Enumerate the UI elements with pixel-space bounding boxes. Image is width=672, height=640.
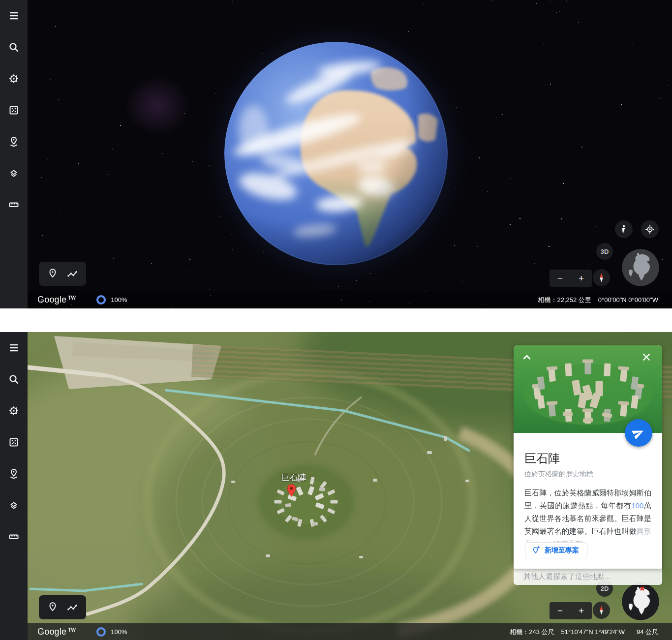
brand-region: TW	[68, 627, 76, 633]
ruler-icon	[8, 531, 20, 543]
knowledge-card: 巨石陣 位於英格蘭的歷史地標 巨石陣，位於英格蘭威爾特郡埃姆斯伯里，英國的旅遊熱…	[514, 345, 662, 569]
globe-overview-button[interactable]	[622, 583, 659, 620]
camera-altitude: 相機：22,252 公里	[538, 296, 591, 305]
zoom-indicator: 100%	[96, 295, 127, 305]
my-location-button[interactable]	[641, 220, 659, 238]
crosshair-icon	[644, 224, 655, 235]
google-watermark: GoogleTW	[37, 627, 76, 637]
place-description: 巨石陣，位於英格蘭威爾特郡埃姆斯伯里，英國的旅遊熱點，每年都有100萬人從世界各…	[524, 487, 651, 550]
sidebar	[0, 0, 28, 308]
pin-outline-icon	[46, 268, 59, 280]
pin-outline-icon	[46, 601, 59, 614]
zoom-ring-icon	[96, 295, 106, 305]
pegman-icon	[619, 224, 629, 234]
red-pin-icon	[287, 484, 296, 497]
fly-to-button[interactable]	[625, 419, 652, 447]
chevron-up-icon	[520, 351, 533, 364]
placemark-toolbox	[39, 262, 86, 286]
hamburger-icon	[8, 342, 20, 354]
draw-path-button[interactable]	[66, 601, 79, 614]
dice-icon	[8, 104, 20, 116]
place-title: 巨石陣	[524, 451, 651, 466]
camera-altitude: 相機：243 公尺	[510, 628, 554, 637]
add-pin-icon	[531, 546, 541, 555]
compass-needle-icon	[595, 604, 608, 616]
2d-label: 2D	[601, 585, 609, 592]
globe-overview-button[interactable]	[622, 249, 659, 286]
explore-suggestion-bar[interactable]: 其他人還探索了這些地點...	[514, 569, 662, 585]
dice-icon	[8, 436, 20, 448]
search-button[interactable]	[8, 41, 20, 53]
zoom-out-button[interactable]: −	[550, 270, 571, 287]
hamburger-icon	[8, 10, 20, 22]
3d-label: 3D	[601, 248, 609, 255]
zoom-ring-icon	[96, 627, 106, 637]
camera-coordinates: 51°10'47"N 1°49'24"W	[561, 628, 625, 636]
layers-icon	[8, 167, 20, 179]
feeling-lucky-button[interactable]	[8, 436, 20, 448]
stonehenge-view: 巨石陣	[0, 332, 672, 640]
ruler-icon	[8, 199, 20, 211]
pin-saved-icon	[8, 136, 20, 148]
zoom-in-button[interactable]: +	[571, 602, 592, 619]
zoom-percentage: 100%	[111, 628, 127, 636]
main-menu-button[interactable]	[8, 342, 20, 354]
google-watermark: GoogleTW	[37, 295, 76, 305]
close-card-button[interactable]	[641, 351, 653, 364]
voyager-button[interactable]	[8, 405, 20, 417]
zoom-in-button[interactable]: +	[571, 270, 592, 287]
polyline-icon	[66, 601, 79, 614]
pinned-places-button[interactable]	[8, 468, 20, 480]
zoom-indicator: 100%	[96, 627, 127, 637]
status-bar: GoogleTW 100% 相機：22,252 公里 0°00'00"N 0°0…	[28, 291, 672, 308]
map-pin[interactable]	[287, 484, 296, 499]
zoom-out-button[interactable]: −	[550, 602, 571, 619]
camera-coordinates: 0°00'00"N 0°00'00"W	[598, 296, 658, 304]
place-subtitle: 位於英格蘭的歷史地標	[524, 470, 651, 479]
description-number: 100	[631, 501, 643, 510]
close-icon	[641, 351, 652, 363]
map-style-button[interactable]	[8, 499, 20, 511]
pin-saved-icon	[8, 468, 20, 480]
brand-region: TW	[68, 295, 76, 301]
sidebar	[0, 332, 28, 640]
earth-graphic[interactable]	[224, 41, 448, 266]
search-button[interactable]	[8, 373, 20, 385]
map-place-label[interactable]: 巨石陣	[272, 472, 316, 483]
zoom-controls: − +	[550, 270, 592, 287]
send-icon	[632, 427, 645, 439]
nebula-glow	[125, 76, 189, 135]
terrain-elevation: 94 公尺	[637, 628, 658, 637]
feeling-lucky-button[interactable]	[8, 104, 20, 116]
pegman-button[interactable]	[615, 220, 633, 238]
zoom-controls: − +	[550, 602, 592, 619]
add-placemark-button[interactable]	[46, 268, 59, 280]
polyline-icon	[66, 268, 79, 280]
brand-name: Google	[37, 295, 66, 305]
placemark-toolbox	[39, 595, 86, 619]
draw-path-button[interactable]	[66, 268, 79, 280]
voyager-button[interactable]	[8, 73, 20, 85]
add-placemark-button[interactable]	[46, 601, 59, 614]
zoom-percentage: 100%	[111, 296, 127, 304]
ship-wheel-icon	[8, 405, 20, 417]
add-to-project-button[interactable]: 新增至專案	[525, 542, 587, 558]
mini-globe-icon	[622, 249, 659, 286]
ship-wheel-icon	[8, 73, 20, 85]
measure-tool-button[interactable]	[8, 531, 20, 543]
collapse-card-button[interactable]	[520, 351, 533, 364]
search-icon	[8, 373, 20, 385]
layers-icon	[8, 499, 20, 511]
compass-button[interactable]	[593, 602, 610, 619]
camera-info: 相機：243 公尺 51°10'47"N 1°49'24"W 94 公尺	[510, 623, 658, 640]
search-icon	[8, 41, 20, 53]
3d-toggle-button[interactable]: 3D	[596, 243, 613, 260]
add-to-project-label: 新增至專案	[545, 546, 579, 555]
camera-info: 相機：22,252 公里 0°00'00"N 0°00'00"W	[538, 291, 658, 308]
pinned-places-button[interactable]	[8, 136, 20, 148]
map-style-button[interactable]	[8, 167, 20, 179]
compass-button[interactable]	[593, 269, 610, 286]
measure-tool-button[interactable]	[8, 199, 20, 211]
main-menu-button[interactable]	[8, 10, 20, 22]
compass-needle-icon	[595, 272, 608, 284]
